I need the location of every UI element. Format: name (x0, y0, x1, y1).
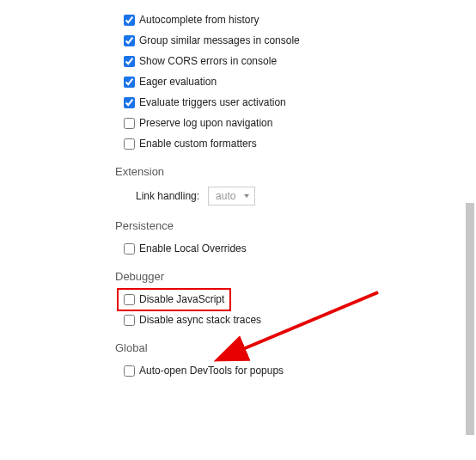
option-label: Disable JavaScript (139, 294, 224, 304)
checkbox[interactable] (124, 315, 135, 326)
scrollbar-thumb[interactable] (466, 203, 474, 435)
section-title-persistence: Persistence (115, 219, 476, 232)
chevron-down-icon (244, 194, 249, 198)
option-label: Auto-open DevTools for popups (139, 365, 284, 376)
checkbox[interactable] (124, 138, 135, 150)
option-label: Evaluate triggers user activation (139, 97, 286, 107)
option-label: Enable custom formatters (139, 138, 257, 149)
checkbox[interactable] (124, 294, 135, 305)
option-group-similar-messages[interactable]: Group similar messages in console (120, 33, 476, 48)
checkbox[interactable] (124, 118, 135, 129)
select-value: auto (216, 190, 235, 202)
checkbox[interactable] (124, 15, 135, 26)
section-title-extension: Extension (115, 165, 476, 178)
option-disable-async-stack-traces[interactable]: Disable async stack traces (120, 312, 476, 328)
section-title-debugger: Debugger (115, 270, 476, 283)
link-handling-row: Link handling: auto (136, 187, 476, 205)
option-evaluate-triggers-user-activation[interactable]: Evaluate triggers user activation (120, 95, 476, 110)
option-auto-open-devtools[interactable]: Auto-open DevTools for popups (120, 363, 476, 378)
option-label: Preserve log upon navigation (139, 118, 272, 128)
settings-panel: Autocomplete from history Group similar … (0, 0, 476, 378)
checkbox[interactable] (124, 243, 135, 255)
option-label: Group similar messages in console (139, 35, 300, 46)
option-autocomplete-from-history[interactable]: Autocomplete from history (120, 12, 476, 28)
checkbox[interactable] (124, 77, 135, 88)
option-disable-javascript[interactable]: Disable JavaScript (120, 291, 476, 307)
option-enable-custom-formatters[interactable]: Enable custom formatters (120, 136, 476, 151)
checkbox[interactable] (124, 365, 135, 377)
option-label: Eager evaluation (139, 77, 217, 87)
section-title-global: Global (115, 341, 476, 354)
option-eager-evaluation[interactable]: Eager evaluation (120, 74, 476, 89)
option-label: Disable async stack traces (139, 315, 261, 325)
option-show-cors-errors[interactable]: Show CORS errors in console (120, 53, 476, 69)
option-preserve-log[interactable]: Preserve log upon navigation (120, 115, 476, 131)
highlight-box: Disable JavaScript (117, 288, 231, 311)
option-label: Enable Local Overrides (139, 243, 247, 254)
option-label: Autocomplete from history (139, 15, 259, 25)
checkbox[interactable] (124, 35, 135, 46)
option-enable-local-overrides[interactable]: Enable Local Overrides (120, 241, 476, 256)
checkbox[interactable] (124, 56, 135, 67)
link-handling-label: Link handling: (136, 190, 199, 202)
checkbox[interactable] (124, 97, 135, 108)
option-label: Show CORS errors in console (139, 56, 277, 66)
link-handling-select[interactable]: auto (208, 187, 255, 205)
